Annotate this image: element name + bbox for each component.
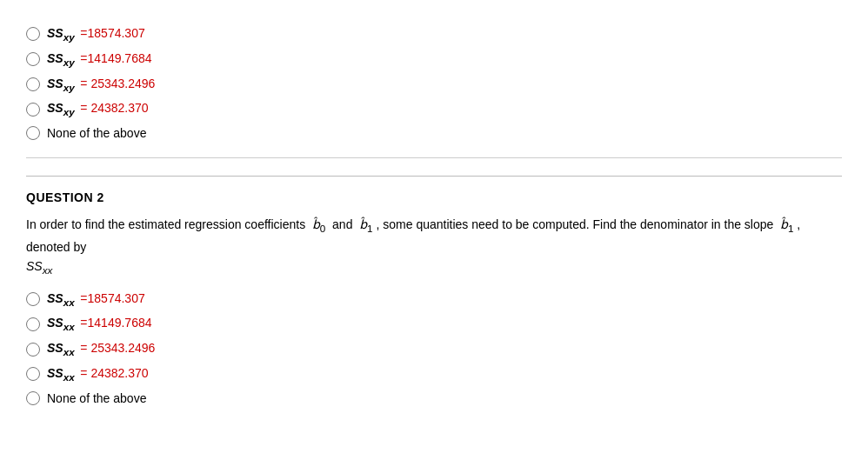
q1-option-e: None of the above xyxy=(26,126,842,140)
q1-option-a: SSxy =18574.307 xyxy=(26,26,842,43)
q2-question-text: In order to find the estimated regressio… xyxy=(26,215,842,278)
q2-header: QUESTION 2 xyxy=(26,190,842,204)
q2-ss-b: SSxx =14149.7684 xyxy=(47,316,152,332)
q2-radio-e[interactable] xyxy=(26,391,40,405)
q2-option-e: None of the above xyxy=(26,391,842,405)
q1-radio-e[interactable] xyxy=(26,126,40,140)
q2-option-b: SSxx =14149.7684 xyxy=(26,316,842,332)
b1-symbol-2: b̂1 xyxy=(780,217,793,231)
q2-radio-a[interactable] xyxy=(26,292,40,306)
q1-option-b: SSxy =14149.7684 xyxy=(26,51,842,68)
q1-label-a[interactable]: SSxy =18574.307 xyxy=(47,26,145,43)
q1-option-d: SSxy = 24382.370 xyxy=(26,101,842,117)
b1-symbol: b̂1 xyxy=(359,217,372,231)
q1-ss-a: SSxy =18574.307 xyxy=(47,26,145,43)
q1-ss-b: SSxy =14149.7684 xyxy=(47,51,152,68)
q2-label-d[interactable]: SSxx = 24382.370 xyxy=(47,366,149,383)
section-divider xyxy=(26,157,842,158)
q1-label-b[interactable]: SSxy =14149.7684 xyxy=(47,51,152,68)
q1-radio-b[interactable] xyxy=(26,52,40,66)
q2-ss-d: SSxx = 24382.370 xyxy=(47,366,149,383)
q2-option-c: SSxx = 25343.2496 xyxy=(26,341,842,357)
q2-option-d: SSxx = 24382.370 xyxy=(26,366,842,383)
q2-radio-d[interactable] xyxy=(26,367,40,381)
q2-ss-a: SSxx =18574.307 xyxy=(47,291,145,308)
q1-option-c: SSxy = 25343.2496 xyxy=(26,77,842,93)
q1-radio-c[interactable] xyxy=(26,77,40,91)
q1-label-d[interactable]: SSxy = 24382.370 xyxy=(47,101,149,117)
q2-section: QUESTION 2 In order to find the estimate… xyxy=(26,176,842,405)
q2-options-section: SSxx =18574.307 SSxx =14149.7684 SSxx xyxy=(26,291,842,405)
q1-radio-a[interactable] xyxy=(26,27,40,41)
q2-radio-b[interactable] xyxy=(26,317,40,331)
q2-ss-c: SSxx = 25343.2496 xyxy=(47,341,155,357)
q2-label-a[interactable]: SSxx =18574.307 xyxy=(47,291,145,308)
q2-option-a: SSxx =18574.307 xyxy=(26,291,842,308)
q1-ss-c: SSxy = 25343.2496 xyxy=(47,77,155,93)
q1-radio-d[interactable] xyxy=(26,103,40,117)
q2-label-b[interactable]: SSxx =14149.7684 xyxy=(47,316,152,332)
q2-radio-c[interactable] xyxy=(26,343,40,357)
ss-xx-ref: SSxx xyxy=(26,259,52,273)
q2-label-e[interactable]: None of the above xyxy=(47,391,146,405)
q1-ss-d: SSxy = 24382.370 xyxy=(47,101,149,117)
q1-options-section: SSxy =18574.307 SSxy =14149.7684 SSxy = … xyxy=(26,26,842,140)
q2-label-c[interactable]: SSxx = 25343.2496 xyxy=(47,341,155,357)
b0-symbol: b̂0 xyxy=(312,217,325,231)
q1-label-c[interactable]: SSxy = 25343.2496 xyxy=(47,77,155,93)
q1-label-e[interactable]: None of the above xyxy=(47,126,146,140)
